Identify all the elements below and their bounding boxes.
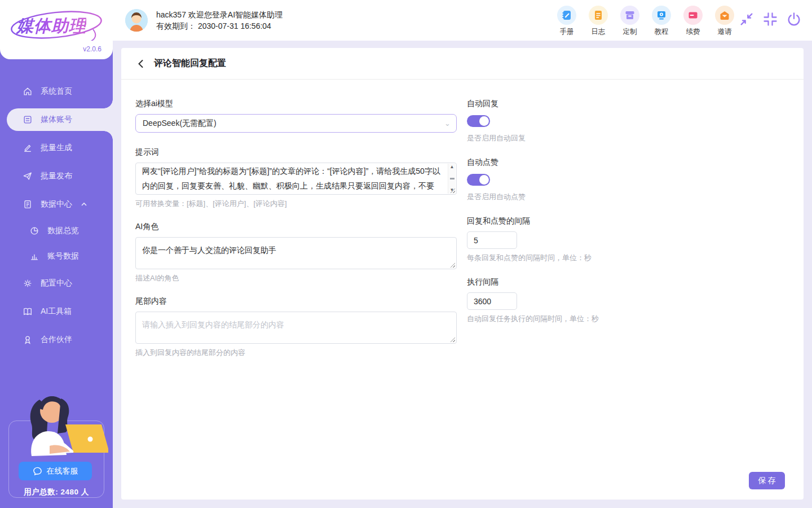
quick-action-invite[interactable]: 邀请 <box>713 6 736 37</box>
prompt-hint: 可用替换变量：[标题]、[评论用户]、[评论内容] <box>135 199 457 209</box>
sidebar-item-ai-toolbox[interactable]: AI工具箱 <box>7 300 113 323</box>
role-field: AI角色 你是一个善于与人交流的评论回复助手 描述AI的角色 <box>135 222 457 283</box>
online-support-button[interactable]: 在线客服 <box>19 462 92 480</box>
sidebar-item-label: AI工具箱 <box>41 306 72 317</box>
sidebar-item-batch-publish[interactable]: 批量发布 <box>7 165 113 187</box>
save-button[interactable]: 保存 <box>749 472 785 489</box>
exit-fullscreen-icon[interactable] <box>762 11 778 27</box>
custom-icon <box>620 6 639 25</box>
sidebar-item-data-center[interactable]: 数据中心 <box>7 193 113 216</box>
interval-hint: 每条回复和点赞的间隔时间，单位：秒 <box>467 253 704 263</box>
prompt-field: 提示词 网友“[评论用户]”给我的标题为“[标题]”的文章的评论：“[评论内容]… <box>135 147 457 209</box>
auto-reply-label: 自动回复 <box>467 99 704 109</box>
scrollbar-thumb[interactable] <box>450 178 454 179</box>
chevron-up-icon <box>80 200 88 208</box>
sidebar: 系统首页 媒体账号 批量生成 批量发布 数据中心 数据总览 账号数据 <box>0 0 113 508</box>
invite-icon <box>715 6 734 25</box>
quick-action-manual[interactable]: 手册 <box>555 6 578 37</box>
header: hack357 欢迎您登录AI智能媒体助理 有效期到： 2030-07-31 1… <box>113 0 812 41</box>
sidebar-item-label: 账号数据 <box>47 251 79 261</box>
welcome-line: hack357 欢迎您登录AI智能媒体助理 <box>156 9 283 20</box>
sidebar-item-label: 系统首页 <box>41 86 72 97</box>
tail-textarea[interactable] <box>136 312 456 343</box>
bar-chart-icon <box>29 251 39 261</box>
send-icon <box>23 171 33 181</box>
sidebar-item-config-center[interactable]: 配置中心 <box>7 272 113 295</box>
sidebar-item-label: 批量生成 <box>41 143 72 153</box>
sidebar-item-account-data[interactable]: 账号数据 <box>7 247 113 266</box>
pencil-icon <box>23 143 33 153</box>
chevron-down-icon: ⌄ <box>444 119 451 128</box>
exec-interval-hint: 自动回复任务执行的间隔时间，单位：秒 <box>467 314 704 324</box>
scroll-down-icon[interactable]: ▼ <box>450 187 454 193</box>
prompt-textarea[interactable]: 网友“[评论用户]”给我的标题为“[标题]”的文章的评论：“[评论内容]”，请给… <box>136 163 456 194</box>
partner-icon <box>23 335 33 345</box>
config-form: 选择ai模型 DeepSeek(无需配置) ⌄ 提示词 网友“[评论用户]”给我… <box>121 80 804 358</box>
window-controls <box>739 11 802 27</box>
tail-hint: 插入到回复内容的结尾部分的内容 <box>135 348 457 358</box>
config-card: 评论智能回复配置 选择ai模型 DeepSeek(无需配置) ⌄ 提示词 网友“… <box>121 48 804 500</box>
tutorial-icon <box>652 6 671 25</box>
data-center-icon <box>23 199 33 209</box>
sidebar-item-label: 数据中心 <box>41 199 72 209</box>
role-textarea-wrap: 你是一个善于与人交流的评论回复助手 <box>135 237 457 269</box>
sidebar-item-data-overview[interactable]: 数据总览 <box>7 221 113 240</box>
interval-input[interactable] <box>467 231 517 249</box>
quick-actions: 手册 日志 定制 教程 续费 <box>555 6 736 37</box>
textarea-scrollbar[interactable]: ▲ ▼ <box>448 164 456 194</box>
quick-action-custom[interactable]: 定制 <box>619 6 641 37</box>
sidebar-item-partners[interactable]: 合作伙伴 <box>7 329 113 351</box>
tail-label: 尾部内容 <box>135 296 457 306</box>
role-textarea[interactable]: 你是一个善于与人交流的评论回复助手 <box>136 238 456 269</box>
sidebar-item-batch-generate[interactable]: 批量生成 <box>7 137 113 159</box>
exec-interval-input[interactable] <box>467 292 517 310</box>
back-button[interactable] <box>135 58 147 70</box>
support-illustration <box>7 389 108 460</box>
scroll-up-icon[interactable]: ▲ <box>450 164 454 170</box>
power-icon[interactable] <box>786 11 802 27</box>
sidebar-item-label: 数据总览 <box>47 226 79 236</box>
app-version: v2.0.6 <box>83 45 102 53</box>
ai-model-value: DeepSeek(无需配置) <box>143 119 217 129</box>
quick-action-log[interactable]: 日志 <box>587 6 610 37</box>
pie-chart-icon <box>29 226 39 236</box>
sidebar-item-label: 媒体账号 <box>41 115 72 125</box>
tail-textarea-wrap <box>135 312 457 344</box>
sidebar-item-label: 批量发布 <box>41 171 72 181</box>
exec-interval-field: 执行间隔 自动回复任务执行的间隔时间，单位：秒 <box>467 277 704 324</box>
logo-box: 媒体助理 v2.0.6 <box>0 0 113 59</box>
avatar[interactable] <box>125 9 148 32</box>
model-label: 选择ai模型 <box>135 99 457 109</box>
prompt-textarea-wrap: 网友“[评论用户]”给我的标题为“[标题]”的文章的评论：“[评论内容]”，请给… <box>135 163 457 195</box>
auto-like-toggle[interactable] <box>467 174 490 186</box>
auto-like-label: 自动点赞 <box>467 157 704 168</box>
auto-reply-field: 自动回复 是否启用自动回复 <box>467 99 704 143</box>
quick-action-tutorial[interactable]: 教程 <box>650 6 673 37</box>
quick-action-renew[interactable]: 续费 <box>682 6 704 37</box>
home-icon <box>23 86 33 97</box>
auto-reply-hint: 是否启用自动回复 <box>467 133 704 143</box>
interval-field: 回复和点赞的间隔 每条回复和点赞的间隔时间，单位：秒 <box>467 216 704 263</box>
sidebar-item-media-account[interactable]: 媒体账号 <box>7 108 113 131</box>
compress-icon[interactable] <box>739 11 754 27</box>
tail-field: 尾部内容 插入到回复内容的结尾部分的内容 <box>135 296 457 358</box>
prompt-label: 提示词 <box>135 147 457 157</box>
main-area: 评论智能回复配置 选择ai模型 DeepSeek(无需配置) ⌄ 提示词 网友“… <box>113 41 812 508</box>
welcome-text: hack357 欢迎您登录AI智能媒体助理 有效期到： 2030-07-31 1… <box>156 9 283 32</box>
sidebar-menu: 系统首页 媒体账号 批量生成 批量发布 数据中心 数据总览 账号数据 <box>0 80 113 357</box>
card-title-row: 评论智能回复配置 <box>121 48 804 80</box>
model-field: 选择ai模型 DeepSeek(无需配置) ⌄ <box>135 99 457 133</box>
sidebar-item-home[interactable]: 系统首页 <box>7 80 113 103</box>
expiry-line: 有效期到： 2030-07-31 16:56:04 <box>156 20 283 32</box>
auto-reply-toggle[interactable] <box>467 115 490 127</box>
auto-like-hint: 是否启用自动点赞 <box>467 192 704 202</box>
app-logo: 媒体助理 <box>16 15 86 38</box>
role-hint: 描述AI的角色 <box>135 273 457 283</box>
chat-bubble-icon <box>33 466 42 476</box>
sidebar-item-label: 合作伙伴 <box>41 335 72 345</box>
exec-interval-label: 执行间隔 <box>467 277 704 287</box>
manual-icon <box>557 6 576 25</box>
role-label: AI角色 <box>135 222 457 232</box>
media-account-icon <box>23 115 33 125</box>
ai-model-select[interactable]: DeepSeek(无需配置) ⌄ <box>135 114 457 133</box>
